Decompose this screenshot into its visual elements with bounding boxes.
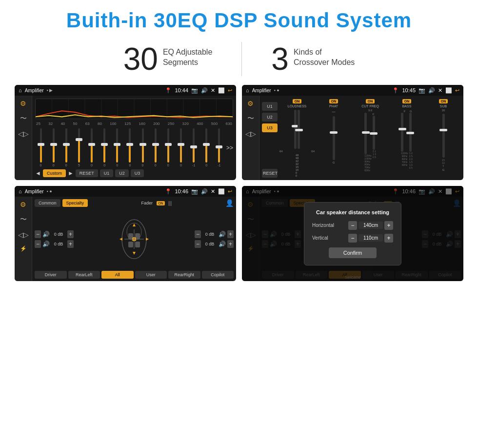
horizontal-plus[interactable]: + [384, 221, 393, 230]
side-icons-1: ⚙ 〜 ◁▷ [15, 96, 32, 180]
specialty-btn[interactable]: Specialty [62, 199, 88, 207]
amplifier-label-1: Amplifier [25, 88, 44, 93]
copilot-btn[interactable]: Copilot [202, 271, 234, 279]
eq-slider-7[interactable]: 0 [124, 128, 136, 167]
rearright-btn[interactable]: RearRight [168, 271, 200, 279]
eq-slider-10[interactable]: 0 [162, 128, 174, 167]
wave-icon[interactable]: 〜 [20, 114, 27, 123]
time-3: 10:46 [175, 188, 188, 194]
vol-icon-3[interactable]: ◁▷ [18, 231, 29, 239]
statusbar-3: ⌂ Amplifier ▪ ● 📍 10:46 📷 🔊 ✕ ⬜ ↩ [15, 186, 236, 197]
custom-btn[interactable]: Custom [43, 169, 66, 177]
stat-eq: 30 EQ AdjustableSegments [94, 43, 242, 75]
dialog-horizontal-row: Horizontal − 140cm + [312, 221, 393, 230]
statusbar-2: ⌂ Amplifier ▪ ● 📍 10:45 📷 🔊 ✕ ⬜ ↩ [242, 85, 463, 96]
crossover-number: 3 [271, 43, 289, 75]
eq-icon-3[interactable]: ⚙ [20, 201, 26, 208]
eq-sliders: 0 0 0 5 0 0 0 0 0 0 0 0 -1 0 -1 >> [35, 128, 233, 167]
fl-control: − 🔊 0 dB + [35, 230, 74, 238]
fr-plus[interactable]: + [227, 230, 234, 238]
driver-btn[interactable]: Driver [35, 271, 67, 279]
u1-btn-1[interactable]: U1 [100, 169, 114, 177]
rr-minus[interactable]: − [195, 240, 201, 248]
u1-dsp[interactable]: U1 [262, 102, 278, 111]
screen-eq: ⌂ Amplifier ▪ ▶ 📍 10:44 📷 🔊 ✕ ⬜ ↩ ⚙ 〜 ◁▷ [15, 85, 236, 180]
bt-icon-3[interactable]: ⚡ [20, 245, 27, 252]
confirm-button[interactable]: Confirm [329, 247, 377, 258]
play-icon[interactable]: ► [68, 170, 74, 177]
rearleft-btn[interactable]: RearLeft [68, 271, 100, 279]
eq-slider-9[interactable]: 0 [150, 128, 161, 167]
vertical-minus[interactable]: − [348, 234, 357, 243]
eq-slider-1[interactable]: 0 [48, 128, 59, 167]
home-icon-1[interactable]: ⌂ [19, 87, 22, 93]
u2-dsp[interactable]: U2 [262, 113, 278, 122]
crossover-label: Kinds ofCrossover Modes [294, 43, 355, 68]
dialog-vertical-row: Vertical − 110cm + [312, 234, 393, 243]
side-icons-2: ⚙ 〜 ◁▷ [242, 96, 259, 180]
vertical-plus[interactable]: + [384, 234, 393, 243]
stats-row: 30 EQ AdjustableSegments 3 Kinds ofCross… [0, 37, 478, 85]
fader-label: Fader [141, 201, 153, 205]
fr-control: − 0 dB 🔊 + [195, 230, 234, 238]
common-btn[interactable]: Common [35, 199, 60, 207]
wave-icon-3[interactable]: 〜 [20, 215, 27, 224]
page-title: Buith-in 30EQ DSP Sound System [0, 9, 478, 32]
car-diagram [76, 215, 193, 264]
eq-icon[interactable]: ⚙ [20, 100, 26, 107]
time-2: 10:45 [402, 87, 416, 93]
rl-plus[interactable]: + [67, 240, 74, 248]
screen-dsp: ⌂ Amplifier ▪ ● 📍 10:45 📷 🔊 ✕ ⬜ ↩ ⚙ 〜 ◁▷ [242, 85, 463, 180]
band-loudness: ON LOUDNESS 6464 4848 3232 1616 [279, 99, 315, 177]
home-icon-3[interactable]: ⌂ [19, 188, 22, 194]
home-icon-2[interactable]: ⌂ [246, 87, 249, 93]
fr-minus[interactable]: − [195, 230, 201, 238]
side-icons-3: ⚙ 〜 ◁▷ ⚡ [15, 197, 32, 281]
fl-minus[interactable]: − [35, 230, 41, 238]
vertical-label: Vertical [312, 235, 328, 241]
prev-icon[interactable]: ◄ [35, 170, 41, 177]
eq-slider-4[interactable]: 0 [86, 128, 98, 167]
eq-slider-8[interactable]: 0 [137, 128, 148, 167]
user-btn[interactable]: User [135, 271, 167, 279]
freq-labels: 25324050 6380100125 160200250320 4005006… [35, 122, 233, 126]
u3-btn-1[interactable]: U3 [131, 169, 144, 177]
band-cutfreq: ON CUT FREQ 3.0 125Hz100Hz90Hz80Hz70Hz60… [353, 99, 388, 172]
reset-dsp[interactable]: RESET [262, 169, 278, 178]
eq-slider-3[interactable]: 5 [73, 128, 84, 167]
fader-on: ON [157, 201, 165, 205]
rl-minus[interactable]: − [35, 240, 41, 248]
u3-dsp[interactable]: U3 [262, 123, 278, 132]
screen-speaker-dialog: ⌂ Amplifier ▪ ● 📍 10:46 📷 🔊 ✕ ⬜ ↩ ⚙ 〜 ◁▷… [242, 186, 463, 281]
svg-marker-24 [146, 238, 149, 241]
expand-icon[interactable]: >> [226, 144, 233, 151]
rr-plus[interactable]: + [227, 240, 234, 248]
dialog-title: Car speaker distance setting [312, 209, 393, 215]
vertical-value: 110cm [358, 234, 383, 242]
stat-crossover: 3 Kinds ofCrossover Modes [242, 43, 384, 75]
eq-slider-12[interactable]: -1 [188, 128, 199, 167]
eq-slider-13[interactable]: 0 [201, 128, 212, 167]
speaker-bottom-btns: Driver RearLeft All User RearRight Copil… [35, 271, 234, 279]
all-btn[interactable]: All [101, 271, 134, 279]
eq-icon-2[interactable]: ⚙ [247, 100, 254, 107]
amplifier-label-2: Amplifier [252, 88, 271, 93]
eq-slider-14[interactable]: -1 [214, 128, 225, 167]
eq-slider-11[interactable]: 0 [175, 128, 186, 167]
vol-icon[interactable]: ◁▷ [18, 130, 29, 138]
u2-btn-1[interactable]: U2 [115, 169, 129, 177]
svg-marker-23 [120, 238, 122, 241]
eq-slider-2[interactable]: 0 [60, 128, 72, 167]
horizontal-minus[interactable]: − [348, 221, 357, 230]
statusbar-1: ⌂ Amplifier ▪ ▶ 📍 10:44 📷 🔊 ✕ ⬜ ↩ [15, 85, 236, 96]
eq-graph: .grid-line{stroke:#1e2e1e;stroke-width:0… [35, 99, 233, 119]
fl-plus[interactable]: + [67, 230, 74, 238]
eq-slider-0[interactable]: 0 [35, 128, 46, 167]
vol-icon-2[interactable]: ◁▷ [245, 130, 256, 138]
screen-speaker: ⌂ Amplifier ▪ ● 📍 10:46 📷 🔊 ✕ ⬜ ↩ ⚙ 〜 ◁▷… [15, 186, 236, 281]
reset-btn-1[interactable]: RESET [76, 169, 98, 177]
wave-icon-2[interactable]: 〜 [247, 114, 254, 123]
eq-number: 30 [123, 43, 158, 75]
eq-slider-6[interactable]: 0 [112, 128, 123, 167]
eq-slider-5[interactable]: 0 [99, 128, 110, 167]
